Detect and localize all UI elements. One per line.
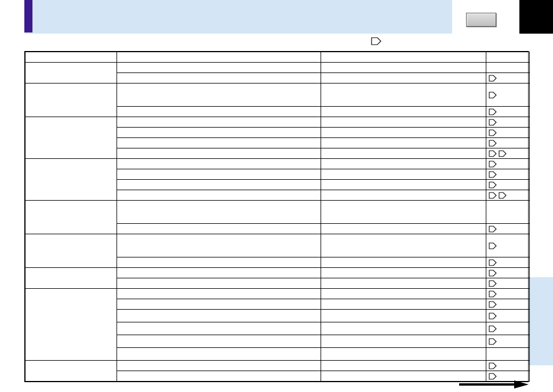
links-cell bbox=[486, 63, 530, 73]
links-cell bbox=[486, 117, 530, 128]
table-header-row bbox=[26, 52, 530, 63]
page-ref-icon[interactable] bbox=[489, 373, 497, 380]
page-ref-icon[interactable] bbox=[489, 75, 497, 82]
item-cell bbox=[117, 201, 321, 224]
links-cell bbox=[486, 148, 530, 159]
table-row bbox=[26, 159, 530, 169]
links-cell bbox=[486, 224, 530, 234]
page-ref-icon[interactable] bbox=[489, 140, 497, 147]
page-ref-icon[interactable] bbox=[489, 313, 497, 320]
desc-cell bbox=[321, 117, 486, 128]
group-cell bbox=[26, 201, 117, 234]
desc-cell bbox=[321, 63, 486, 73]
note-marker-icon bbox=[371, 37, 381, 46]
page-ref-icon[interactable] bbox=[489, 259, 497, 266]
links-cell bbox=[486, 201, 530, 224]
page-ref-icon[interactable] bbox=[489, 325, 497, 332]
page-ref-icon[interactable] bbox=[489, 280, 497, 287]
table-row bbox=[26, 234, 530, 257]
links-cell bbox=[486, 128, 530, 138]
page-ref-icon[interactable] bbox=[489, 182, 497, 188]
desc-cell bbox=[321, 348, 486, 361]
group-cell bbox=[26, 159, 117, 201]
item-cell bbox=[117, 348, 321, 361]
page-ref-icon[interactable] bbox=[489, 362, 497, 369]
desc-cell bbox=[321, 159, 486, 169]
links-cell bbox=[486, 107, 530, 117]
header-button[interactable] bbox=[466, 13, 496, 27]
table-row bbox=[26, 84, 530, 107]
item-cell bbox=[117, 299, 321, 310]
desc-cell bbox=[321, 371, 486, 382]
page-ref-icon[interactable] bbox=[489, 338, 497, 345]
table-row bbox=[26, 201, 530, 224]
desc-cell bbox=[321, 299, 486, 310]
purple-side-tab bbox=[24, 0, 32, 32]
page-ref-icon[interactable] bbox=[489, 119, 497, 126]
links-cell bbox=[486, 371, 530, 382]
desc-cell bbox=[321, 361, 486, 371]
desc-cell bbox=[321, 190, 486, 201]
item-cell bbox=[117, 107, 321, 117]
table-row bbox=[26, 63, 530, 73]
page-ref-icon[interactable] bbox=[489, 291, 497, 297]
item-cell bbox=[117, 371, 321, 382]
page-ref-icon[interactable] bbox=[499, 150, 507, 157]
group-cell bbox=[26, 234, 117, 268]
group-cell bbox=[26, 268, 117, 289]
desc-cell bbox=[321, 268, 486, 278]
page-ref-icon[interactable] bbox=[489, 129, 497, 136]
col-head-1 bbox=[117, 52, 321, 63]
page-ref-icon[interactable] bbox=[489, 161, 497, 168]
links-cell bbox=[486, 299, 530, 310]
page-ref-icon[interactable] bbox=[489, 301, 497, 308]
item-cell bbox=[117, 180, 321, 190]
page-ref-icon[interactable] bbox=[489, 171, 497, 178]
svg-marker-0 bbox=[459, 380, 529, 389]
desc-cell bbox=[321, 289, 486, 299]
desc-cell bbox=[321, 201, 486, 224]
item-cell bbox=[117, 84, 321, 107]
item-cell bbox=[117, 73, 321, 84]
links-cell bbox=[486, 169, 530, 180]
desc-cell bbox=[321, 128, 486, 138]
item-cell bbox=[117, 63, 321, 73]
header-band bbox=[24, 0, 452, 34]
links-cell bbox=[486, 268, 530, 278]
links-cell bbox=[486, 159, 530, 169]
page-ref-icon[interactable] bbox=[489, 226, 497, 233]
item-cell bbox=[117, 268, 321, 278]
desc-cell bbox=[321, 335, 486, 348]
page-ref-icon[interactable] bbox=[499, 192, 507, 199]
page-ref-icon[interactable] bbox=[489, 270, 497, 277]
item-cell bbox=[117, 190, 321, 201]
links-cell bbox=[486, 289, 530, 299]
desc-cell bbox=[321, 107, 486, 117]
item-cell bbox=[117, 289, 321, 299]
page-ref-icon[interactable] bbox=[489, 92, 497, 99]
item-cell bbox=[117, 322, 321, 335]
desc-cell bbox=[321, 224, 486, 234]
features-table bbox=[24, 51, 529, 382]
desc-cell bbox=[321, 138, 486, 148]
page-ref-icon[interactable] bbox=[489, 192, 497, 199]
links-cell bbox=[486, 361, 530, 371]
page-ref-icon[interactable] bbox=[489, 108, 497, 115]
group-cell bbox=[26, 361, 117, 382]
desc-cell bbox=[321, 322, 486, 335]
page-ref-icon[interactable] bbox=[489, 242, 497, 249]
item-cell bbox=[117, 234, 321, 257]
links-cell bbox=[486, 322, 530, 335]
continue-arrow-icon bbox=[459, 380, 529, 389]
table-row bbox=[26, 268, 530, 278]
col-head-3 bbox=[486, 52, 530, 63]
links-cell bbox=[486, 348, 530, 361]
links-cell bbox=[486, 257, 530, 268]
group-cell bbox=[26, 289, 117, 361]
page-ref-icon[interactable] bbox=[489, 150, 497, 157]
item-cell bbox=[117, 159, 321, 169]
item-cell bbox=[117, 148, 321, 159]
links-cell bbox=[486, 278, 530, 289]
desc-cell bbox=[321, 180, 486, 190]
desc-cell bbox=[321, 148, 486, 159]
